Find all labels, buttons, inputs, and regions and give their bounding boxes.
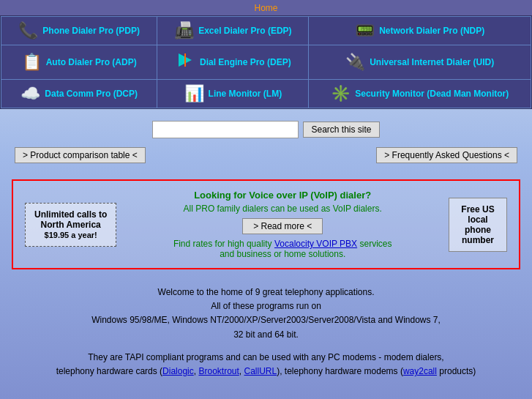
product-cell-uid[interactable]: 🔌 Universal Internet Dialer (UID)	[309, 45, 531, 80]
welcome-line1: Welcome to the home of 9 great telephony…	[15, 286, 517, 299]
search-section: Search this site > Product comparison ta…	[0, 109, 532, 172]
rates-before: Find rates for high quality	[173, 239, 274, 249]
dcp-label: Data Comm Pro (DCP)	[45, 89, 138, 99]
product-grid: 📞 Phone Dialer Pro (PDP) 📠 Excel Dialer …	[0, 15, 532, 109]
tapi-section: They are TAPI compliant programs and can…	[0, 351, 532, 384]
product-row-2: 📋 Auto Dialer Pro (ADP) Dial Engine Pro …	[1, 45, 531, 80]
product-row-1: 📞 Phone Dialer Pro (PDP) 📠 Excel Dialer …	[1, 17, 531, 45]
sm-icon: ✳️	[331, 84, 351, 103]
tapi-line2-end: products)	[437, 366, 476, 376]
product-cell-adp[interactable]: 📋 Auto Dialer Pro (ADP)	[1, 45, 157, 80]
product-cell-edp[interactable]: 📠 Excel Dialer Pro (EDP)	[157, 17, 309, 45]
free-phone-box: Free US local phone number	[449, 198, 507, 252]
rates-line2: and business or home solutions.	[220, 249, 345, 259]
pdp-label: Phone Dialer Pro (PDP)	[42, 26, 140, 36]
lm-icon: 📊	[184, 84, 204, 103]
tapi-line2: telephony hardware cards (Dialogic, Broo…	[15, 365, 517, 379]
nav-row: > Product comparison table < > Frequentl…	[0, 144, 532, 166]
dialogic-link[interactable]: Dialogic	[162, 366, 194, 376]
ndp-label: Network Dialer Pro (NDP)	[379, 26, 484, 36]
vocalocity-link[interactable]: Vocalocity VOIP PBX	[274, 239, 357, 249]
voip-subtext: All PRO family dialers can be used as Vo…	[124, 204, 441, 214]
search-button[interactable]: Search this site	[303, 122, 379, 138]
product-cell-dcp[interactable]: ☁️ Data Comm Pro (DCP)	[1, 80, 157, 108]
read-more-button[interactable]: > Read more <	[242, 218, 323, 234]
product-cell-lm[interactable]: 📊 Line Monitor (LM)	[157, 80, 309, 108]
dcp-icon: ☁️	[20, 84, 40, 103]
search-input[interactable]	[152, 121, 299, 138]
ndp-icon: 📟	[355, 21, 375, 40]
welcome-line2: All of these programs run on	[15, 299, 517, 313]
voip-middle: Looking for Voice over IP (VoIP) dialer?…	[124, 190, 441, 259]
product-cell-ndp[interactable]: 📟 Network Dialer Pro (NDP)	[309, 17, 531, 45]
free-us-line4: number	[462, 235, 494, 245]
top-bar: Home	[0, 0, 532, 15]
search-row: Search this site	[152, 121, 379, 138]
unlimited-line2: North America	[41, 220, 101, 230]
pdp-icon: 📞	[18, 21, 38, 40]
adp-icon: 📋	[22, 53, 42, 72]
product-cell-dep[interactable]: Dial Engine Pro (DEP)	[157, 45, 309, 80]
welcome-line3: Windows 95/98/ME, Windows NT/2000/XP/Ser…	[15, 313, 517, 327]
unlimited-line1: Unlimited calls to	[34, 209, 107, 220]
welcome-line4: 32 bit and 64 bit.	[15, 328, 517, 342]
uid-label: Universal Internet Dialer (UID)	[370, 57, 494, 67]
product-row-3: ☁️ Data Comm Pro (DCP) 📊 Line Monitor (L…	[1, 80, 531, 108]
faq-button[interactable]: > Frequently Asked Questions <	[376, 147, 517, 163]
dep-label: Dial Engine Pro (DEP)	[200, 57, 291, 67]
brooktrout-link[interactable]: Brooktrout	[198, 366, 239, 376]
free-us-line1: Free US	[461, 204, 494, 215]
home-link[interactable]: Home	[254, 3, 277, 13]
welcome-section: Welcome to the home of 9 great telephony…	[0, 277, 532, 351]
tapi-line1: They are TAPI compliant programs and can…	[15, 351, 517, 365]
edp-label: Excel Dialer Pro (EDP)	[198, 26, 291, 36]
rates-after: services	[357, 239, 391, 249]
product-cell-sm[interactable]: ✳️ Security Monitor (Dead Man Monitor)	[309, 80, 531, 108]
free-us-line3: phone	[465, 225, 491, 235]
sm-label: Security Monitor (Dead Man Monitor)	[355, 89, 509, 99]
tapi-line2-after: ), telephony hardware modems (	[277, 366, 403, 376]
voip-headline: Looking for Voice over IP (VoIP) dialer?	[124, 190, 441, 201]
adp-label: Auto Dialer Pro (ADP)	[46, 57, 137, 67]
unlimited-price: $19.95 a year!	[45, 231, 97, 239]
unlimited-calls-box: Unlimited calls to North America $19.95 …	[25, 203, 116, 247]
tapi-line2-before: telephony hardware cards (	[56, 366, 162, 376]
callurl-link[interactable]: CallURL	[244, 366, 277, 376]
way2call-link[interactable]: way2call	[403, 366, 437, 376]
lm-label: Line Monitor (LM)	[209, 89, 282, 99]
dep-icon	[175, 50, 195, 75]
uid-icon: 🔌	[345, 53, 365, 72]
free-us-line2: local	[468, 215, 487, 225]
product-cell-pdp[interactable]: 📞 Phone Dialer Pro (PDP)	[1, 17, 157, 45]
voip-section: Unlimited calls to North America $19.95 …	[12, 179, 520, 269]
edp-icon: 📠	[174, 21, 194, 40]
voip-rates-text: Find rates for high quality Vocalocity V…	[124, 239, 441, 259]
product-comparison-button[interactable]: > Product comparison table <	[15, 147, 146, 163]
